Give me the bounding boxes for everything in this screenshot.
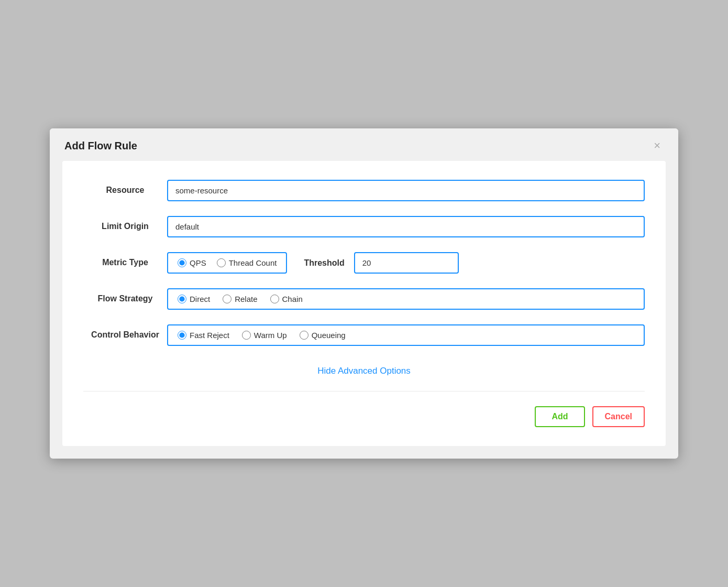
radio-direct-label: Direct: [190, 295, 210, 303]
radio-thread-count-input[interactable]: [217, 258, 226, 267]
radio-chain[interactable]: Chain: [270, 295, 303, 303]
flow-strategy-row: Flow Strategy Direct Relate Chain: [83, 288, 645, 310]
radio-queueing-input[interactable]: [300, 331, 308, 340]
flow-strategy-radio-group: Direct Relate Chain: [167, 288, 645, 310]
limit-origin-input[interactable]: [167, 216, 645, 237]
limit-origin-label: Limit Origin: [83, 221, 167, 232]
flow-strategy-field: Direct Relate Chain: [167, 288, 645, 310]
radio-queueing[interactable]: Queueing: [300, 331, 346, 340]
resource-input[interactable]: [167, 180, 645, 201]
radio-relate-label: Relate: [235, 295, 257, 303]
resource-row: Resource: [83, 180, 645, 201]
radio-qps[interactable]: QPS: [178, 258, 206, 267]
radio-relate[interactable]: Relate: [223, 295, 257, 303]
close-button[interactable]: ×: [650, 139, 664, 153]
cancel-button[interactable]: Cancel: [592, 406, 645, 427]
radio-qps-input[interactable]: [178, 258, 186, 267]
resource-label: Resource: [83, 185, 167, 196]
metric-type-label: Metric Type: [83, 257, 167, 268]
limit-origin-row: Limit Origin: [83, 216, 645, 237]
radio-fast-reject-label: Fast Reject: [190, 331, 229, 340]
modal-title: Add Flow Rule: [64, 140, 137, 152]
radio-fast-reject-input[interactable]: [178, 331, 186, 340]
control-behavior-label: Control Behavior: [83, 330, 167, 341]
threshold-label: Threshold: [304, 258, 344, 268]
radio-warm-up[interactable]: Warm Up: [242, 331, 287, 340]
control-behavior-radio-group: Fast Reject Warm Up Queueing: [167, 324, 645, 346]
control-behavior-row: Control Behavior Fast Reject Warm Up Que…: [83, 324, 645, 346]
metric-type-row: Metric Type QPS Thread Count: [83, 252, 645, 274]
threshold-input[interactable]: [354, 252, 459, 274]
radio-relate-input[interactable]: [223, 295, 231, 303]
modal-header: Add Flow Rule ×: [50, 128, 678, 161]
radio-fast-reject[interactable]: Fast Reject: [178, 331, 229, 340]
radio-warm-up-label: Warm Up: [254, 331, 287, 340]
limit-origin-field: [167, 216, 645, 237]
radio-thread-count[interactable]: Thread Count: [217, 258, 277, 267]
add-flow-rule-modal: Add Flow Rule × Resource Limit Origin Me…: [50, 128, 678, 459]
divider: [83, 391, 645, 392]
radio-direct[interactable]: Direct: [178, 295, 210, 303]
metric-type-field: QPS Thread Count Threshold: [167, 252, 645, 274]
radio-queueing-label: Queueing: [312, 331, 346, 340]
control-behavior-field: Fast Reject Warm Up Queueing: [167, 324, 645, 346]
radio-qps-label: QPS: [190, 258, 206, 267]
threshold-section: Threshold: [304, 252, 458, 274]
form-actions: Add Cancel: [83, 406, 645, 427]
add-button[interactable]: Add: [535, 406, 584, 427]
radio-chain-label: Chain: [282, 295, 303, 303]
metric-row-inner: QPS Thread Count Threshold: [167, 252, 645, 274]
hide-advanced-button[interactable]: Hide Advanced Options: [317, 366, 411, 376]
hide-advanced-section: Hide Advanced Options: [83, 361, 645, 387]
resource-field: [167, 180, 645, 201]
flow-strategy-label: Flow Strategy: [83, 294, 167, 305]
radio-chain-input[interactable]: [270, 295, 279, 303]
modal-body: Resource Limit Origin Metric Type: [62, 161, 666, 446]
radio-warm-up-input[interactable]: [242, 331, 251, 340]
radio-direct-input[interactable]: [178, 295, 186, 303]
radio-thread-count-label: Thread Count: [229, 258, 277, 267]
metric-type-radio-group: QPS Thread Count: [167, 252, 287, 274]
